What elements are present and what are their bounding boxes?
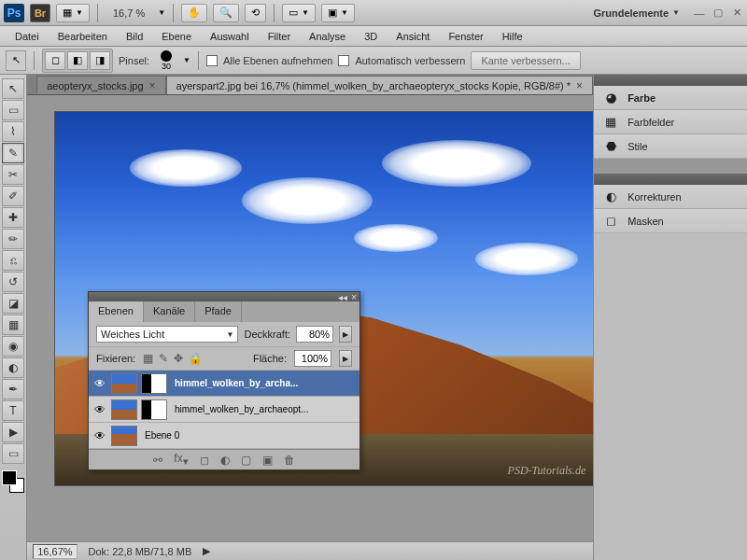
all-layers-checkbox[interactable] bbox=[206, 55, 218, 66]
layer-mask-thumbnail[interactable] bbox=[141, 399, 167, 420]
status-arrow-icon[interactable]: ▶ bbox=[203, 545, 210, 557]
minimize-button[interactable]: — bbox=[693, 7, 706, 20]
layer-thumbnail[interactable] bbox=[111, 399, 137, 420]
panel-farbe[interactable]: ◕ Farbe bbox=[594, 86, 747, 110]
tab-pfade[interactable]: Pfade bbox=[195, 301, 242, 322]
panel-collapse-icon[interactable]: ◂◂ bbox=[338, 293, 347, 301]
close-button[interactable]: ✕ bbox=[730, 7, 743, 20]
eraser-tool[interactable]: ◪ bbox=[2, 293, 24, 314]
bridge-icon[interactable]: Br bbox=[30, 4, 50, 22]
status-zoom[interactable]: 16,67% bbox=[33, 544, 77, 559]
layer-thumbnail[interactable] bbox=[111, 426, 137, 446]
workspace-switcher[interactable]: Grundelemente ▼ bbox=[585, 7, 687, 19]
menu-filter[interactable]: Filter bbox=[259, 28, 300, 45]
panel-korrekturen[interactable]: ◐ Korrekturen bbox=[594, 185, 747, 209]
rotate-view-button[interactable]: ⟲ bbox=[245, 4, 266, 22]
auto-enhance-checkbox[interactable] bbox=[338, 55, 349, 66]
panel-close-icon[interactable]: × bbox=[351, 293, 357, 301]
layer-thumbnail[interactable] bbox=[111, 373, 137, 394]
layer-row-1[interactable]: 👁 himmel_wolken_by_archa... bbox=[89, 371, 359, 397]
menu-hilfe[interactable]: Hilfe bbox=[493, 28, 532, 45]
layer-row-2[interactable]: 👁 himmel_wolken_by_archaeopt... bbox=[89, 397, 359, 423]
zoom-tool-button[interactable]: 🔍 bbox=[213, 4, 239, 22]
layers-panel[interactable]: ◂◂ × Ebenen Kanäle Pfade Weiches Licht▼ … bbox=[88, 291, 360, 470]
add-selection-button[interactable]: ◧ bbox=[67, 51, 88, 70]
layer-effects-icon[interactable]: fx▾ bbox=[174, 452, 188, 468]
quick-selection-tool[interactable]: ✎ bbox=[2, 143, 24, 163]
menu-auswahl[interactable]: Auswahl bbox=[201, 28, 259, 45]
menu-ebene[interactable]: Ebene bbox=[152, 28, 201, 45]
link-layers-icon[interactable]: ⚯ bbox=[153, 454, 162, 467]
blur-tool[interactable]: ◉ bbox=[2, 336, 24, 357]
screen-mode-button[interactable]: ▣ ▼ bbox=[321, 4, 355, 22]
shape-tool[interactable]: ▭ bbox=[2, 443, 24, 464]
adjustment-layer-icon[interactable]: ◐ bbox=[220, 454, 230, 467]
panel-stile[interactable]: ⬣ Stile bbox=[594, 134, 747, 159]
menu-analyse[interactable]: Analyse bbox=[300, 28, 355, 45]
status-doc-size[interactable]: Dok: 22,8 MB/71,8 MB bbox=[89, 546, 192, 557]
history-brush-tool[interactable]: ↺ bbox=[2, 272, 24, 292]
menu-bild[interactable]: Bild bbox=[117, 28, 152, 45]
menu-datei[interactable]: Datei bbox=[6, 28, 49, 45]
arrange-documents-button[interactable]: ▭ ▼ bbox=[282, 4, 316, 22]
pen-tool[interactable]: ✒ bbox=[2, 379, 24, 399]
opacity-slider-toggle[interactable]: ▶ bbox=[339, 326, 352, 343]
maximize-button[interactable]: ▢ bbox=[712, 7, 725, 20]
move-tool[interactable]: ↖ bbox=[2, 78, 24, 99]
layer-mask-thumbnail[interactable] bbox=[141, 373, 167, 394]
menu-3d[interactable]: 3D bbox=[355, 28, 387, 45]
marquee-tool[interactable]: ▭ bbox=[2, 100, 24, 120]
refine-edge-button[interactable]: Kante verbessern... bbox=[471, 51, 580, 70]
color-swatches[interactable] bbox=[2, 470, 24, 493]
healing-brush-tool[interactable]: ✚ bbox=[2, 207, 24, 228]
type-tool[interactable]: T bbox=[2, 400, 24, 421]
lock-all-icon[interactable]: 🔒 bbox=[189, 352, 203, 365]
brush-dropdown[interactable]: ▼ bbox=[183, 56, 190, 64]
crop-tool[interactable]: ✂ bbox=[2, 164, 24, 185]
tab-1-close-icon[interactable]: × bbox=[149, 79, 156, 92]
menu-ansicht[interactable]: Ansicht bbox=[387, 28, 439, 45]
brush-tool[interactable]: ✏ bbox=[2, 229, 24, 249]
dodge-tool[interactable]: ◐ bbox=[2, 357, 24, 378]
layer-name[interactable]: himmel_wolken_by_archa... bbox=[171, 378, 356, 388]
view-extras-button[interactable]: ▦ ▼ bbox=[56, 4, 90, 22]
eyedropper-tool[interactable]: ✐ bbox=[2, 186, 24, 206]
layer-visibility-icon[interactable]: 👁 bbox=[92, 429, 107, 442]
add-mask-icon[interactable]: ◻ bbox=[200, 454, 209, 467]
subtract-selection-button[interactable]: ◨ bbox=[90, 51, 110, 70]
layer-visibility-icon[interactable]: 👁 bbox=[92, 403, 107, 416]
document-tab-2[interactable]: ayerspart2.jpg bei 16,7% (himmel_wolken_… bbox=[166, 76, 594, 94]
layer-row-3[interactable]: 👁 Ebene 0 bbox=[89, 423, 359, 449]
zoom-display[interactable]: 16,7 % bbox=[106, 7, 152, 19]
new-selection-button[interactable]: ◻ bbox=[45, 51, 65, 70]
path-selection-tool[interactable]: ▶ bbox=[2, 422, 24, 442]
document-tab-1[interactable]: aeopteryx_stocks.jpg × bbox=[36, 76, 165, 94]
panel-farbfelder[interactable]: ▦ Farbfelder bbox=[594, 110, 747, 134]
tab-ebenen[interactable]: Ebenen bbox=[89, 301, 144, 322]
fill-input[interactable] bbox=[294, 350, 331, 367]
new-layer-icon[interactable]: ▣ bbox=[262, 454, 273, 467]
clone-stamp-tool[interactable]: ⎌ bbox=[2, 250, 24, 271]
layer-name[interactable]: himmel_wolken_by_archaeopt... bbox=[171, 404, 356, 414]
tab-kanaele[interactable]: Kanäle bbox=[144, 301, 195, 322]
menu-bearbeiten[interactable]: Bearbeiten bbox=[49, 28, 117, 45]
lock-transparency-icon[interactable]: ▦ bbox=[143, 352, 153, 365]
layer-name[interactable]: Ebene 0 bbox=[141, 430, 356, 441]
lock-pixels-icon[interactable]: ✎ bbox=[159, 352, 168, 365]
panel-masken[interactable]: ◻ Masken bbox=[594, 209, 747, 233]
gradient-tool[interactable]: ▦ bbox=[2, 315, 24, 335]
layer-visibility-icon[interactable]: 👁 bbox=[92, 377, 107, 390]
fill-slider-toggle[interactable]: ▶ bbox=[339, 350, 352, 367]
brush-picker[interactable]: 30 bbox=[155, 50, 177, 71]
delete-layer-icon[interactable]: 🗑 bbox=[284, 454, 295, 467]
hand-tool-button[interactable]: ✋ bbox=[181, 4, 207, 22]
tab-2-close-icon[interactable]: × bbox=[576, 79, 583, 92]
opacity-input[interactable] bbox=[296, 326, 333, 343]
lasso-tool[interactable]: ⌇ bbox=[2, 121, 24, 142]
tool-preset-picker[interactable]: ↖ bbox=[6, 50, 26, 71]
layer-group-icon[interactable]: ▢ bbox=[241, 454, 251, 467]
lock-position-icon[interactable]: ✥ bbox=[174, 352, 183, 365]
blend-mode-select[interactable]: Weiches Licht▼ bbox=[96, 326, 238, 343]
layers-panel-titlebar[interactable]: ◂◂ × bbox=[89, 292, 359, 301]
menu-fenster[interactable]: Fenster bbox=[439, 28, 492, 45]
